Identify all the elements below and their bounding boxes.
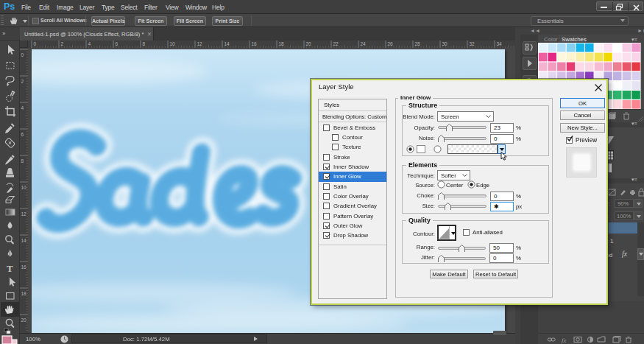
- svg-text:16: 16: [252, 41, 258, 46]
- svg-text:10: 10: [170, 41, 176, 46]
- svg-text:10: 10: [21, 185, 27, 190]
- svg-text:30: 30: [442, 41, 448, 46]
- svg-text:16: 16: [21, 264, 27, 270]
- svg-text:0: 0: [21, 52, 24, 57]
- svg-text:6: 6: [21, 132, 24, 137]
- svg-text:18: 18: [279, 41, 285, 46]
- svg-text:8: 8: [143, 41, 146, 46]
- svg-text:28: 28: [415, 41, 421, 46]
- svg-text:T: T: [7, 263, 13, 274]
- svg-text:34: 34: [497, 41, 503, 46]
- svg-text:12: 12: [197, 41, 203, 46]
- svg-text:20: 20: [21, 317, 27, 323]
- svg-text:4: 4: [21, 105, 24, 110]
- svg-text:0: 0: [34, 41, 37, 46]
- svg-text:12: 12: [21, 211, 27, 217]
- svg-text:6: 6: [116, 41, 118, 46]
- svg-text:26: 26: [388, 41, 394, 46]
- svg-text:8: 8: [21, 158, 24, 164]
- svg-text:24: 24: [361, 41, 367, 46]
- svg-text:22: 22: [333, 41, 339, 46]
- svg-text:2: 2: [21, 79, 24, 84]
- svg-text:18: 18: [21, 291, 27, 296]
- svg-text:32: 32: [470, 41, 475, 46]
- svg-text:2: 2: [61, 41, 64, 46]
- svg-text:14: 14: [21, 238, 27, 243]
- svg-text:14: 14: [224, 41, 230, 46]
- svg-text:20: 20: [306, 41, 312, 46]
- svg-text:4: 4: [88, 41, 91, 46]
- svg-text:fx: fx: [562, 337, 567, 344]
